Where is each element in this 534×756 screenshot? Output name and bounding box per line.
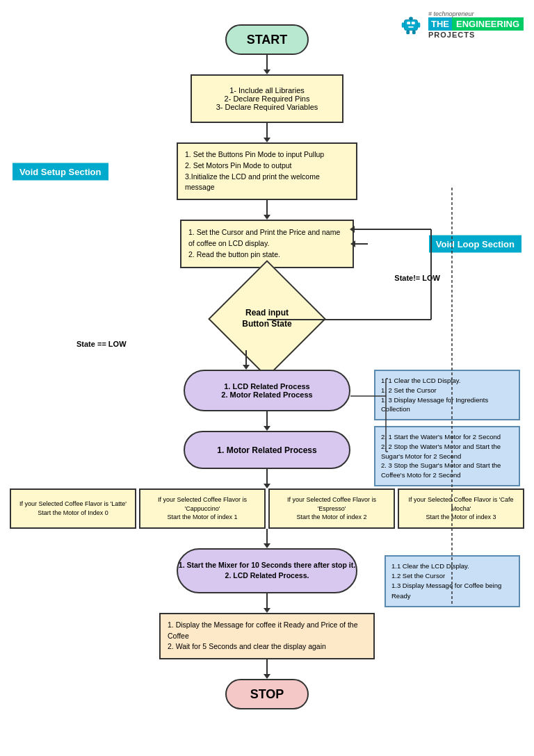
stop-node: STOP [225,679,309,709]
arrow-3 [264,200,270,220]
flavor-espresso: If your Selected Coffee Flavor is 'Espre… [268,488,395,529]
void-setup-label: Void Setup Section [13,163,108,180]
flowchart: START 1- Include all Libraries 2- Declar… [7,14,527,723]
box-setup: 1. Set the Buttons Pin Mode to input Pul… [177,142,357,200]
mixer-row: 1. Start the Mixer for 10 Seconds there … [7,548,527,593]
box-motor: 1. Motor Related Process [184,431,350,469]
side-box-motor-water: 2. 1 Start the Water's Motor for 2 Secon… [374,426,520,486]
arrow-8 [264,529,270,548]
four-flavor-boxes: If your Selected Coffee Flavor is 'Latte… [10,488,524,529]
state-low-label: State == LOW [76,340,127,348]
back-arrow-indicator [350,240,368,247]
box-lcd-motor: 1. LCD Related Process 2. Motor Related … [184,370,350,411]
side-box-coffee-ready: 1.1 Clear the LCD Display. 1.2 Set the C… [385,555,520,607]
flavor-cappuccino: If your Selected Coffee Flavor is 'Cappu… [139,488,266,529]
lcd-motor-row: 1. LCD Related Process 2. Motor Related … [7,370,527,411]
void-setup-row: Void Setup Section 1. Set the Buttons Pi… [7,142,527,200]
flavor-latte: If your Selected Coffee Flavor is 'Latte… [10,488,136,529]
arrow-5 [243,350,250,370]
start-node: START [225,24,309,55]
arrow-9 [264,593,270,613]
side-box-lcd: 1. 1 Clear the LCD Display. 1. 2 Set the… [374,370,520,420]
flavor-cafe-mocha: If your Selected Coffee Flavor is 'Cafe … [398,488,524,529]
box-mixer: 1. Start the Mixer for 10 Seconds there … [177,548,357,593]
void-loop-label: Void Loop Section [429,236,521,253]
page: # technopreneur THE ENGINEERING PROJECTS… [0,0,534,756]
arrow-7 [264,469,270,488]
state-not-low-label: State!= LOW [394,274,440,282]
arrow-2 [264,123,270,142]
arrow-6 [264,411,270,431]
box-display: 1. Display the Message for coffee it Rea… [159,613,375,659]
arrow-10 [264,659,270,679]
side-boxes-container: 1. 1 Clear the LCD Display. 1. 2 Set the… [374,370,520,486]
diamond-read-input: Read input Button State [211,288,323,350]
box-libraries: 1- Include all Libraries 2- Declare Requ… [191,74,343,123]
arrow-1 [264,55,270,74]
